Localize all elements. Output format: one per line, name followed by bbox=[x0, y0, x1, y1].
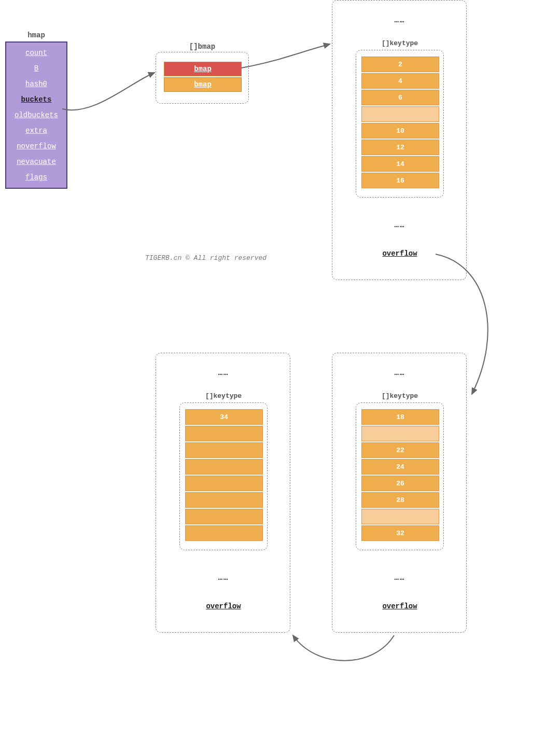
bucket1-key-2: 6 bbox=[361, 90, 439, 105]
bmap-row-0: bmap bbox=[164, 62, 242, 76]
bucket2-ellipsis-top: …… bbox=[332, 369, 467, 377]
bucket3-key-4 bbox=[185, 476, 263, 491]
bucket1-key-7: 16 bbox=[361, 173, 439, 188]
bucket2-keytype-box: 18 22 24 26 28 32 bbox=[356, 402, 444, 550]
bucket1-key-4: 10 bbox=[361, 123, 439, 138]
bucket2-overflow: overflow bbox=[332, 602, 467, 610]
bucket3-key-2 bbox=[185, 442, 263, 458]
hmap-field-B: B bbox=[34, 64, 38, 73]
bucket3-overflow: overflow bbox=[156, 602, 291, 610]
bmap-array-title: []bmap bbox=[156, 43, 249, 51]
bucket2-key-0: 18 bbox=[361, 409, 439, 425]
bucket1-ellipsis-bottom: …… bbox=[332, 221, 467, 229]
bucket1-overflow: overflow bbox=[332, 249, 467, 258]
bucket3-ellipsis-bottom: …… bbox=[156, 574, 291, 582]
bucket2-ellipsis-bottom: …… bbox=[332, 574, 467, 582]
bucket1-keytype-box: 2 4 6 10 12 14 16 bbox=[356, 50, 444, 198]
bucket2-key-4: 26 bbox=[361, 476, 439, 491]
bucket1-ellipsis-top: …… bbox=[332, 16, 467, 24]
bucket2-key-7: 32 bbox=[361, 525, 439, 541]
hmap-field-oldbuckets: oldbuckets bbox=[15, 111, 58, 119]
bucket1-key-3 bbox=[361, 106, 439, 122]
hmap-field-buckets: buckets bbox=[21, 95, 52, 104]
bucket3-keytype-box: 34 bbox=[179, 402, 268, 550]
bmap-row-1: bmap bbox=[164, 77, 242, 92]
bucket1-key-6: 14 bbox=[361, 156, 439, 172]
hmap-field-noverflow: noverflow bbox=[17, 142, 56, 150]
bucket2-outer: …… []keytype 18 22 24 26 28 32 …… overfl… bbox=[332, 353, 467, 633]
bucket3-key-7 bbox=[185, 525, 263, 541]
watermark: TIGERB.cn © All right reserved bbox=[145, 254, 267, 262]
bucket2-key-3: 24 bbox=[361, 459, 439, 475]
hmap-field-flags: flags bbox=[25, 173, 47, 182]
hmap-box: count B hash0 buckets oldbuckets extra n… bbox=[5, 41, 67, 189]
bucket3-key-5 bbox=[185, 492, 263, 508]
bucket3-keytype-label: []keytype bbox=[156, 392, 291, 400]
bucket2-key-2: 22 bbox=[361, 442, 439, 458]
bucket1-key-1: 4 bbox=[361, 73, 439, 89]
bucket1-key-5: 12 bbox=[361, 140, 439, 155]
bucket3-key-0: 34 bbox=[185, 409, 263, 425]
hmap-field-hash0: hash0 bbox=[25, 80, 47, 88]
bucket1-keytype-label: []keytype bbox=[332, 39, 467, 47]
bucket2-keytype-label: []keytype bbox=[332, 392, 467, 400]
bucket3-ellipsis-top: …… bbox=[156, 369, 291, 377]
bucket2-key-5: 28 bbox=[361, 492, 439, 508]
hmap-title: hmap bbox=[5, 31, 67, 39]
bmap-array-box: bmap bmap bbox=[156, 52, 249, 104]
bucket2-key-6 bbox=[361, 509, 439, 524]
hmap-field-count: count bbox=[25, 49, 47, 57]
bucket3-key-1 bbox=[185, 426, 263, 441]
bucket1-key-0: 2 bbox=[361, 57, 439, 72]
bucket3-key-3 bbox=[185, 459, 263, 475]
hmap-field-extra: extra bbox=[25, 127, 47, 135]
bucket3-outer: …… []keytype 34 …… overflow bbox=[156, 353, 290, 633]
bucket1-outer: …… []keytype 2 4 6 10 12 14 16 …… overfl… bbox=[332, 0, 467, 280]
bucket3-key-6 bbox=[185, 509, 263, 524]
hmap-field-nevacuate: nevacuate bbox=[17, 158, 56, 166]
bucket2-key-1 bbox=[361, 426, 439, 441]
